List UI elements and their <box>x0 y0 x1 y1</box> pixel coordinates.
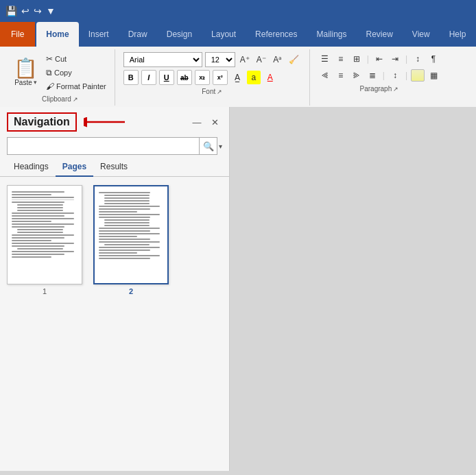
thumb-line <box>104 197 150 199</box>
ribbon-tab-row: File Home Insert Draw Design Layout Refe… <box>0 22 476 47</box>
shading-icon[interactable] <box>411 69 425 82</box>
subscript-button[interactable]: x₂ <box>195 70 210 85</box>
tab-mailings[interactable]: Mailings <box>307 22 356 47</box>
redo-icon[interactable]: ↪ <box>34 5 42 16</box>
font-grow-icon[interactable]: A⁺ <box>238 53 252 66</box>
change-case-icon[interactable]: Aᵃ <box>271 53 285 66</box>
clear-formatting-icon[interactable]: 🧹 <box>287 53 301 66</box>
font-color-icon[interactable]: A <box>263 71 277 84</box>
thumb-line <box>99 236 137 237</box>
ribbon-content: 📋 Paste ▾ ✂ Cut ⧉ Copy 🖌 Format Painter <box>0 47 476 107</box>
format-painter-button[interactable]: 🖌 Format Painter <box>43 80 109 93</box>
search-dropdown-icon[interactable]: ▾ <box>219 143 222 150</box>
font-size-select[interactable]: 12 <box>205 52 235 67</box>
thumb-line <box>12 240 51 241</box>
thumb-line <box>104 225 150 226</box>
paste-dropdown-arrow[interactable]: ▾ <box>34 79 37 86</box>
page-2-thumb-wrap[interactable]: 2 <box>93 185 169 295</box>
tab-review[interactable]: Review <box>357 22 403 47</box>
tab-design[interactable]: Design <box>157 22 202 47</box>
align-left-icon[interactable]: ⫷ <box>318 69 332 82</box>
clipboard-expand-icon[interactable]: ↗ <box>73 96 78 103</box>
italic-button[interactable]: I <box>141 70 156 85</box>
thumb-line <box>17 248 63 249</box>
paragraph-label-text: Paragraph <box>360 85 392 93</box>
tab-help[interactable]: Help <box>440 22 476 47</box>
save-icon[interactable]: 💾 <box>5 5 17 16</box>
thumb-line <box>104 200 150 202</box>
thumb-line <box>99 258 150 259</box>
thumb-line <box>99 249 150 251</box>
nav-tab-results[interactable]: Results <box>93 158 134 177</box>
copy-icon: ⧉ <box>46 68 52 77</box>
thumb-line <box>12 191 64 193</box>
thumb-line <box>104 195 150 196</box>
thumb-line <box>12 254 64 255</box>
main-document-area <box>230 107 476 471</box>
copy-button[interactable]: ⧉ Copy <box>43 66 109 79</box>
nav-tab-pages[interactable]: Pages <box>56 158 93 177</box>
sort-icon[interactable]: ↕ <box>411 52 425 66</box>
customize-icon[interactable]: ▼ <box>46 5 56 16</box>
paragraph-expand-icon[interactable]: ↗ <box>393 86 398 93</box>
nav-minimize-button[interactable]: — <box>189 114 204 130</box>
show-formatting-icon[interactable]: ¶ <box>427 52 440 66</box>
font-expand-icon[interactable]: ↗ <box>217 88 222 95</box>
tab-draw[interactable]: Draw <box>119 22 157 47</box>
numbered-list-icon[interactable]: ≡ <box>334 52 348 66</box>
thumb-line <box>99 252 137 254</box>
superscript-button[interactable]: x² <box>213 70 228 85</box>
clipboard-group-label: Clipboard ↗ <box>39 94 81 104</box>
underline-button[interactable]: U <box>159 70 174 85</box>
tab-layout[interactable]: Layout <box>202 22 246 47</box>
thumb-line <box>12 256 51 258</box>
thumb-line <box>104 222 150 223</box>
multilevel-list-icon[interactable]: ⊞ <box>350 52 364 66</box>
font-shrink-icon[interactable]: A⁻ <box>254 53 268 66</box>
nav-search-row: 🔍 ▾ <box>0 134 229 158</box>
nav-tab-headings[interactable]: Headings <box>7 158 56 177</box>
tab-references[interactable]: References <box>246 22 307 47</box>
thumb-line <box>99 247 160 248</box>
tab-insert[interactable]: Insert <box>79 22 119 47</box>
thumb-line <box>99 206 160 207</box>
copy-label: Copy <box>54 69 72 77</box>
clipboard-group: 📋 Paste ▾ ✂ Cut ⧉ Copy 🖌 Format Painter <box>5 49 115 106</box>
thumb-line <box>99 228 160 229</box>
page-1-thumb-wrap[interactable]: 1 <box>7 185 82 295</box>
paragraph-row2: ⫷ ≡ ⫸ ≣ | ↕ | ▦ <box>318 69 440 82</box>
paste-button[interactable]: 📋 Paste ▾ <box>11 56 40 89</box>
strikethrough-button[interactable]: ab <box>177 70 192 85</box>
align-right-icon[interactable]: ⫸ <box>350 69 364 82</box>
thumb-line <box>12 197 74 198</box>
align-center-icon[interactable]: ≡ <box>334 69 348 82</box>
thumb-line <box>104 219 150 221</box>
nav-close-button[interactable]: ✕ <box>207 114 222 130</box>
thumb-line <box>17 210 63 211</box>
tab-file[interactable]: File <box>0 22 35 47</box>
cut-button[interactable]: ✂ Cut <box>43 53 109 65</box>
decrease-indent-icon[interactable]: ⇤ <box>372 52 386 66</box>
line-spacing-icon[interactable]: ↕ <box>388 69 402 82</box>
font-label-text: Font <box>202 88 215 95</box>
tab-home[interactable]: Home <box>36 22 78 47</box>
undo-icon[interactable]: ↩ <box>21 5 29 16</box>
cut-label: Cut <box>55 55 67 63</box>
thumb-line <box>99 241 160 243</box>
bold-button[interactable]: B <box>123 70 139 85</box>
thumb-line <box>12 221 51 222</box>
bullet-list-icon[interactable]: ☰ <box>318 52 332 66</box>
thumb-line <box>12 223 74 225</box>
thumb-line <box>12 237 64 239</box>
justify-icon[interactable]: ≣ <box>366 69 379 82</box>
font-name-select[interactable]: Arial <box>123 52 202 67</box>
font-controls: Arial 12 A⁺ A⁻ Aᵃ 🧹 B I U ab x₂ x² A̲ a … <box>121 51 304 86</box>
tab-view[interactable]: View <box>403 22 440 47</box>
text-highlight-icon[interactable]: a <box>247 71 261 84</box>
nav-search-button[interactable]: 🔍 <box>200 137 217 155</box>
border-icon[interactable]: ▦ <box>427 69 440 82</box>
text-effects-icon[interactable]: A̲ <box>230 71 244 84</box>
increase-indent-icon[interactable]: ⇥ <box>388 52 402 66</box>
nav-search-input[interactable] <box>7 137 200 155</box>
font-group-label: Font ↗ <box>199 86 225 97</box>
